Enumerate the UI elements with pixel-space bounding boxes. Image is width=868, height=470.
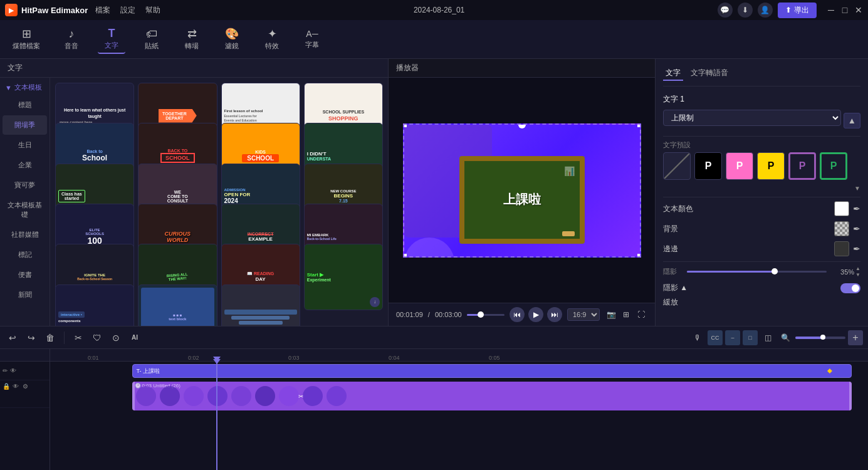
resize-handle-top[interactable]: [518, 123, 526, 128]
menu-help[interactable]: 幫助: [145, 5, 160, 16]
restore-btn[interactable]: □: [840, 6, 849, 14]
zoom-btn[interactable]: 🔍: [778, 330, 793, 345]
ratio-select[interactable]: 16:9 9:16 1:1: [567, 308, 600, 321]
resize-handle-tr[interactable]: [637, 123, 641, 127]
caption-track-btn[interactable]: CC: [708, 330, 723, 345]
category-news[interactable]: 新聞: [3, 285, 47, 305]
trim-right-handle[interactable]: [849, 382, 852, 410]
text-color-swatch[interactable]: [834, 201, 849, 216]
user-icon-btn[interactable]: 👤: [758, 3, 773, 18]
toolbar-audio[interactable]: ♪ 音音: [58, 26, 85, 53]
video-lock-icon[interactable]: 🔒: [3, 383, 10, 390]
camera-icon-btn[interactable]: 📷: [605, 308, 617, 321]
background-color-swatch[interactable]: [834, 221, 849, 236]
category-basic[interactable]: 文本模板基礎: [3, 196, 47, 224]
preset-yellow-btn[interactable]: P: [757, 152, 785, 180]
preset-green-btn[interactable]: P: [820, 152, 847, 180]
resize-handle-br[interactable]: [637, 254, 641, 258]
text-color-eyedropper[interactable]: ✒: [853, 204, 860, 214]
text-track[interactable]: T- 上課啦: [132, 364, 852, 378]
background-eyedropper[interactable]: ✒: [853, 224, 860, 234]
redo-btn[interactable]: ↪: [24, 330, 39, 345]
toolbar-filter[interactable]: 🎨 濾鏡: [218, 26, 246, 53]
main-content: 文字 ▼ 文本模板 標題 開場季 生日 企業 寶可夢 文本模板基礎 社群媒體 標…: [0, 59, 868, 326]
progress-handle[interactable]: [478, 311, 484, 318]
tab-tts[interactable]: 文字轉語音: [688, 66, 731, 81]
minimize-btn[interactable]: ─: [827, 6, 835, 14]
playhead[interactable]: [216, 362, 217, 470]
font-up-btn[interactable]: ▲: [844, 113, 860, 128]
opacity-slider-row: 隱影 35% ▲ ▼: [663, 266, 860, 278]
opacity-thumb[interactable]: [771, 268, 778, 274]
fullscreen-icon-btn[interactable]: ⛶: [635, 308, 647, 321]
keyframe-1[interactable]: [827, 368, 832, 373]
opacity-slider-track[interactable]: [687, 271, 827, 273]
category-social[interactable]: 社群媒體: [3, 225, 47, 244]
cut-btn[interactable]: ✂: [71, 330, 86, 345]
template-card-20[interactable]: Start ▶ Experiment ↓: [304, 244, 383, 310]
toolbar-media[interactable]: ⊞ 煤體檔案: [8, 26, 45, 53]
app-icon: ▶: [5, 4, 18, 16]
ai-btn[interactable]: AI: [127, 330, 142, 345]
toolbar-sticker[interactable]: 🏷 貼紙: [138, 26, 165, 53]
shield-btn[interactable]: 🛡: [90, 330, 105, 345]
category-note[interactable]: 便書: [3, 265, 47, 285]
playback-section-header: 緩放: [663, 297, 860, 308]
preset-purple-btn[interactable]: P: [788, 152, 816, 180]
toolbar-caption[interactable]: A─ 字幕: [298, 27, 326, 52]
overlay-btn[interactable]: □: [743, 330, 758, 345]
menu-settings[interactable]: 設定: [120, 5, 135, 16]
preset-black-btn[interactable]: P: [694, 152, 722, 180]
category-birthday[interactable]: 生日: [3, 135, 47, 155]
category-enterprise[interactable]: 企業: [3, 155, 47, 175]
toolbar-effects[interactable]: ✦ 特效: [258, 26, 286, 53]
delete-btn[interactable]: 🗑: [43, 330, 58, 345]
trim-left-handle[interactable]: [132, 382, 135, 410]
tab-text[interactable]: 文字: [663, 66, 683, 81]
template-card-22[interactable]: ■ ■ ■text block ↓: [138, 285, 217, 326]
pencil-icon[interactable]: ✏: [3, 367, 8, 374]
preset-none-btn[interactable]: [663, 152, 691, 180]
toolbar-text[interactable]: T 文字: [98, 25, 125, 54]
preset-pink-btn[interactable]: P: [726, 152, 753, 180]
video-settings-icon[interactable]: ⚙: [23, 383, 28, 390]
resize-handle-tl[interactable]: [403, 123, 407, 127]
copy-btn[interactable]: ⊙: [108, 330, 123, 345]
font-name-select[interactable]: 上限制: [663, 110, 841, 126]
transition-icon: ⇄: [187, 28, 197, 39]
ruler-mark-05: 0:05: [489, 355, 500, 361]
category-opening[interactable]: 開場季: [3, 115, 47, 135]
download-icon-btn[interactable]: ⬇: [738, 3, 753, 18]
export-button[interactable]: ⬆ 導出: [778, 3, 817, 18]
menu-file[interactable]: 檔案: [95, 5, 110, 16]
video-track[interactable]: 🕐 0:03 Untitled (26): [132, 382, 852, 410]
close-btn[interactable]: ✕: [854, 6, 863, 14]
zoom-slider[interactable]: [795, 337, 845, 339]
eye-icon[interactable]: 👁: [10, 367, 16, 374]
preview-header: 播放器: [389, 59, 655, 78]
category-pokemon[interactable]: 寶可夢: [3, 175, 47, 195]
undo-btn[interactable]: ↩: [5, 330, 20, 345]
toolbar-transition[interactable]: ⇄ 轉場: [178, 26, 206, 53]
template-card-23[interactable]: ↓: [221, 285, 300, 326]
border-color-swatch[interactable]: [834, 241, 849, 256]
template-card-21[interactable]: interactive • components ↓: [55, 285, 134, 326]
pip-btn[interactable]: ◫: [760, 330, 775, 345]
more-presets-link[interactable]: ▼: [854, 185, 860, 192]
mic-btn[interactable]: 🎙: [690, 330, 705, 345]
grid-icon-btn[interactable]: ⊞: [620, 308, 632, 321]
border-eyedropper[interactable]: ✒: [853, 244, 860, 254]
add-track-btn[interactable]: +: [848, 330, 863, 345]
play-btn[interactable]: ▶: [528, 307, 543, 322]
opacity-down-btn[interactable]: ▼: [855, 272, 860, 278]
category-bookmark[interactable]: 標記: [3, 245, 47, 264]
category-title[interactable]: 標題: [3, 95, 47, 115]
video-eye-icon[interactable]: 👁: [13, 383, 19, 390]
shadow-toggle[interactable]: [840, 283, 860, 293]
forward-btn[interactable]: ⏭: [547, 307, 562, 322]
message-icon-btn[interactable]: 💬: [718, 3, 733, 18]
rewind-btn[interactable]: ⏮: [510, 307, 525, 322]
subtitle-btn[interactable]: –: [725, 330, 740, 345]
progress-bar[interactable]: [467, 314, 505, 316]
opacity-up-btn[interactable]: ▲: [855, 266, 860, 271]
